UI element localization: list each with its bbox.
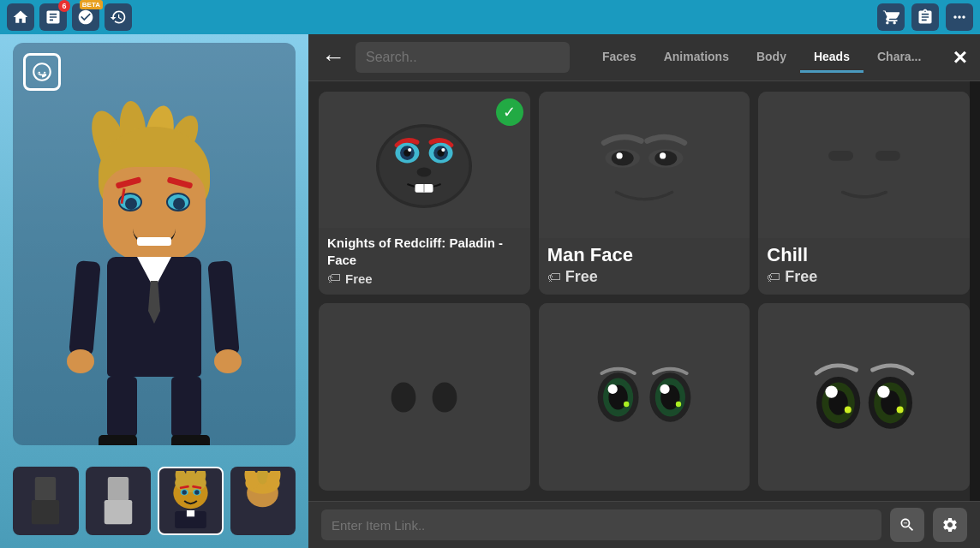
tab-animations[interactable]: Animations xyxy=(650,43,743,73)
right-panel: ← Faces Animations Body Heads Chara... ×… xyxy=(308,34,980,548)
tab-heads[interactable]: Heads xyxy=(800,43,863,73)
home-icon[interactable] xyxy=(7,3,34,31)
svg-point-31 xyxy=(442,148,445,152)
thumbnail-2[interactable] xyxy=(86,467,152,535)
items-grid: ✓ xyxy=(308,81,980,501)
item-name-1: Knights of Redcliff: Paladin - Face xyxy=(327,235,522,268)
item-link-input[interactable] xyxy=(321,509,881,540)
notification-badge: 6 xyxy=(58,0,70,12)
item-price-2: 🏷 Free xyxy=(547,268,742,286)
item-card-5[interactable] xyxy=(539,303,750,491)
svg-point-36 xyxy=(612,152,634,166)
price-value-1: Free xyxy=(345,271,373,286)
svg-point-43 xyxy=(391,382,416,412)
item-image-1: ✓ xyxy=(319,92,530,228)
svg-point-58 xyxy=(825,385,837,397)
svg-rect-2 xyxy=(108,477,128,501)
avatar-frame xyxy=(13,43,296,445)
svg-point-23 xyxy=(379,127,469,205)
svg-point-62 xyxy=(877,385,889,397)
avatar-face xyxy=(103,167,206,261)
top-bar-right xyxy=(877,3,973,31)
svg-point-27 xyxy=(408,148,411,152)
svg-point-53 xyxy=(624,401,629,406)
search-input[interactable] xyxy=(356,42,570,73)
beta-badge: BETA xyxy=(80,0,103,9)
item-name-2: Man Face xyxy=(547,245,742,265)
price-tag-icon-1: 🏷 xyxy=(327,271,341,286)
item-card-2[interactable]: Man Face 🏷 Free xyxy=(539,92,750,295)
left-panel xyxy=(0,34,308,548)
shop-header: ← Faces Animations Body Heads Chara... × xyxy=(308,34,980,81)
price-tag-icon-3: 🏷 xyxy=(767,270,780,285)
item-image-2 xyxy=(539,92,750,238)
svg-point-44 xyxy=(433,382,457,412)
svg-rect-16 xyxy=(187,510,194,516)
shop-bottom xyxy=(308,501,980,548)
svg-point-40 xyxy=(660,153,666,159)
tab-characters[interactable]: Chara... xyxy=(863,43,935,73)
item-price-1: 🏷 Free xyxy=(327,271,522,286)
more-icon[interactable] xyxy=(946,3,973,31)
thumbnail-3[interactable] xyxy=(158,467,224,535)
main-content: ← Faces Animations Body Heads Chara... ×… xyxy=(0,34,980,548)
thumbnail-1[interactable] xyxy=(13,467,79,535)
price-value-2: Free xyxy=(565,268,598,286)
zoom-out-button[interactable] xyxy=(890,508,924,542)
item-image-6 xyxy=(758,303,970,491)
svg-rect-41 xyxy=(828,152,853,162)
svg-point-32 xyxy=(417,167,432,176)
nav-tabs: Faces Animations Body Heads Chara... xyxy=(589,43,935,73)
settings-button[interactable] xyxy=(933,508,967,542)
item-info-3: Chill 🏷 Free xyxy=(758,238,970,295)
svg-rect-0 xyxy=(35,477,56,501)
svg-point-63 xyxy=(844,406,851,413)
svg-point-54 xyxy=(676,401,681,406)
item-info-1: Knights of Redcliff: Paladin - Face 🏷 Fr… xyxy=(319,228,530,295)
item-image-3 xyxy=(758,92,970,238)
svg-point-39 xyxy=(654,152,677,166)
item-price-3: 🏷 Free xyxy=(767,268,961,286)
avatar-body xyxy=(107,257,201,377)
item-card-6[interactable] xyxy=(758,303,970,491)
svg-point-64 xyxy=(896,406,903,413)
item-card-4[interactable] xyxy=(319,303,530,491)
top-bar: 6 BETA xyxy=(0,0,980,34)
svg-point-37 xyxy=(616,153,622,159)
svg-rect-1 xyxy=(32,499,60,523)
svg-point-12 xyxy=(194,490,200,495)
history-icon[interactable] xyxy=(105,3,132,31)
price-tag-icon-2: 🏷 xyxy=(547,270,561,285)
scroll-edge xyxy=(970,81,980,501)
cart-icon[interactable] xyxy=(877,3,905,31)
item-card-1[interactable]: ✓ xyxy=(319,92,530,295)
svg-point-10 xyxy=(182,490,187,495)
back-button[interactable]: ← xyxy=(321,45,345,69)
svg-point-48 xyxy=(608,384,618,393)
item-image-4 xyxy=(319,303,530,491)
thumbnail-4[interactable] xyxy=(230,467,296,535)
svg-rect-42 xyxy=(875,152,900,162)
tab-body[interactable]: Body xyxy=(743,43,800,73)
svg-rect-3 xyxy=(105,499,133,523)
selected-checkmark: ✓ xyxy=(496,98,523,126)
avatar-character xyxy=(51,86,257,445)
close-button[interactable]: × xyxy=(953,44,967,71)
thumbnails-bar xyxy=(13,462,296,539)
item-image-5 xyxy=(539,303,750,491)
item-card-3[interactable]: Chill 🏷 Free xyxy=(758,92,970,295)
tab-faces[interactable]: Faces xyxy=(589,43,650,73)
svg-point-52 xyxy=(660,384,669,393)
beta-icon[interactable]: BETA xyxy=(72,3,99,31)
inventory-icon[interactable]: 6 xyxy=(39,3,67,31)
clipboard-icon[interactable] xyxy=(911,3,939,31)
item-info-2: Man Face 🏷 Free xyxy=(539,238,750,295)
item-name-3: Chill xyxy=(767,245,961,265)
price-value-3: Free xyxy=(785,268,817,286)
